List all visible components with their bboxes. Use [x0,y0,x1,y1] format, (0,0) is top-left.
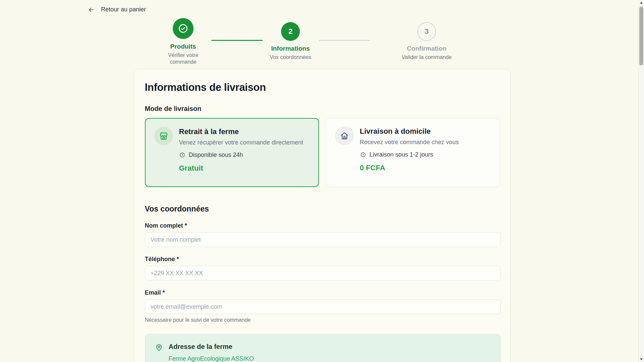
scroll-up-button[interactable] [639,0,644,5]
farm-address-title: Adresse de la ferme [169,343,254,351]
step-confirmation-label: Confirmation [386,45,467,52]
full-name-field-group: Nom complet * [145,222,500,247]
phone-label: Téléphone * [145,256,500,263]
option-home-availability-row: Livraison sous 1-2 jours [360,151,459,158]
step-informations-number: 2 [288,27,292,36]
step-confirmation-indicator: 3 [417,22,436,41]
page-title: Informations de livraison [145,81,500,94]
step-confirmation-sublabel: Valider la commande [386,54,467,61]
farm-address-line-1: Ferme AgroEcologique ASSIKO [169,354,254,362]
scrollbar-thumb[interactable] [639,7,643,65]
email-input[interactable] [145,299,501,314]
farm-address-box: Adresse de la ferme Ferme AgroEcologique… [145,334,501,362]
full-name-input[interactable] [145,232,501,247]
map-pin-icon [155,343,163,362]
option-home-price: 0 FCFA [360,164,459,172]
phone-field-group: Téléphone * [145,256,500,281]
step-informations: 2 Informations Vos coordonnées [250,0,331,61]
check-circle-icon [177,23,189,34]
option-pickup-description: Venez récupérer votre commande directeme… [179,139,303,146]
option-pickup-availability-row: Disponible sous 24h [179,152,303,159]
option-pickup-farm[interactable]: Retrait à la ferme Venez récupérer votre… [145,118,319,187]
option-pickup-title: Retrait à la ferme [179,127,303,136]
option-home-availability: Livraison sous 1-2 jours [370,151,433,158]
step-produits-indicator [173,18,194,39]
step-produits-sublabel: Vérifier votre commande [156,52,210,65]
email-label: Email * [145,289,500,296]
contact-heading: Vos coordonnées [145,204,500,214]
option-pickup-price: Gratuit [179,164,303,173]
step-informations-sublabel: Vos coordonnées [250,54,331,61]
email-helper-text: Nécessaire pour le suivi de votre comman… [145,317,500,323]
clock-icon [360,152,366,158]
step-informations-label: Informations [250,45,331,52]
step-confirmation-number: 3 [425,27,429,36]
step-informations-indicator: 2 [281,22,300,41]
option-home-title: Livraison à domicile [360,127,459,136]
option-home-delivery[interactable]: Livraison à domicile Recevez votre comma… [326,118,500,187]
clock-icon [179,152,185,158]
step-produits: Produits Vérifier votre commande [156,0,210,65]
step-confirmation: 3 Confirmation Valider la commande [386,0,467,61]
delivery-info-card: Informations de livraison Mode de livrai… [134,69,511,362]
delivery-options: Retrait à la ferme Venez récupérer votre… [145,118,500,187]
option-pickup-availability: Disponible sous 24h [189,152,243,159]
checkout-stepper: Produits Vérifier votre commande 2 Infor… [0,0,644,69]
phone-input[interactable] [145,266,501,281]
email-field-group: Email * Nécessaire pour le suivi de votr… [145,289,500,323]
scroll-down-button[interactable] [639,357,644,362]
storefront-icon [154,127,173,145]
step-produits-label: Produits [156,43,210,50]
full-name-label: Nom complet * [145,222,500,229]
vertical-scrollbar[interactable] [638,0,644,362]
option-home-description: Recevez votre commande chez vous [360,139,459,146]
delivery-mode-heading: Mode de livraison [145,105,500,113]
home-icon [335,126,354,145]
